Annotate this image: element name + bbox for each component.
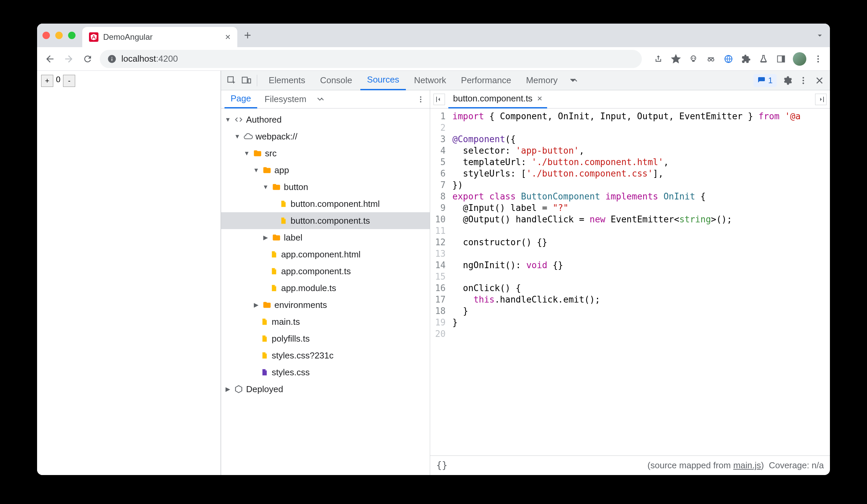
sidebar-panel-icon[interactable] [775,53,787,65]
tab-elements[interactable]: Elements [262,71,312,90]
toggle-debugger-icon[interactable] [815,94,826,105]
nav-tab-page[interactable]: Page [225,90,257,109]
folder-icon [253,149,262,158]
nav-tab-filesystem[interactable]: Filesystem [258,90,312,109]
tree-file-app-html[interactable]: app.component.html [221,246,430,263]
decrement-button[interactable]: - [63,75,75,87]
tabs-dropdown-icon[interactable] [815,31,825,40]
page-content: + 0 - [37,71,221,475]
chrome-menu-icon[interactable] [812,53,824,65]
nav-menu-icon[interactable] [415,94,426,105]
tree-file-polyfills[interactable]: polyfills.ts [221,330,430,347]
editor-footer: {} (source mapped from main.js) Coverage… [430,456,830,475]
address-bar[interactable]: localhost:4200 [100,50,642,68]
folder-icon [262,300,272,310]
tree-app[interactable]: ▼app [221,162,430,178]
browser-tab[interactable]: DemoAngular × [82,27,237,47]
file-icon [269,250,278,259]
tree-label-folder[interactable]: ▶label [221,229,430,246]
deployed-icon [234,384,243,394]
tree-file-styles[interactable]: styles.css [221,364,430,381]
counter-value: 0 [55,75,61,471]
tree-authored[interactable]: ▼Authored [221,111,430,128]
tree-button-folder[interactable]: ▼button [221,178,430,195]
browser-window: DemoAngular × + localhost:4200 [37,24,830,475]
tab-performance[interactable]: Performance [454,71,518,90]
svg-point-14 [803,77,804,78]
svg-point-9 [817,58,819,59]
tree-src[interactable]: ▼src [221,145,430,162]
new-tab-button[interactable]: + [244,28,251,42]
tree-webpack[interactable]: ▼webpack:// [221,128,430,145]
tab-close-icon[interactable]: × [225,32,231,42]
browser-toolbar: localhost:4200 [37,47,830,71]
editor-tab-close-icon[interactable]: × [537,93,542,104]
content-area: + 0 - Elements Console Sources Network P… [37,71,830,475]
extension-skull-icon[interactable] [688,53,699,65]
tab-network[interactable]: Network [407,71,453,90]
sources-panel: Page Filesystem ▼Authored ▼webpack:// ▼s… [221,90,830,475]
nav-back-button[interactable] [43,52,57,66]
devtools-menu-icon[interactable] [798,75,809,86]
extension-incognito-icon[interactable] [705,53,717,65]
tree-file-styles-q[interactable]: styles.css?231c [221,347,430,364]
file-icon [269,266,278,276]
folder-icon [272,182,281,192]
window-zoom-button[interactable] [68,32,75,39]
window-minimize-button[interactable] [55,32,63,39]
svg-rect-13 [248,79,251,83]
svg-rect-7 [782,56,784,62]
editor-tabs: button.component.ts × [430,90,830,109]
pretty-print-icon[interactable]: {} [436,460,448,471]
tree-deployed[interactable]: ▶Deployed [221,381,430,397]
toggle-navigator-icon[interactable] [434,94,445,105]
bookmark-star-icon[interactable] [670,53,682,65]
nav-forward-button[interactable] [62,52,75,66]
devtools-close-icon[interactable] [814,75,825,86]
device-mode-icon[interactable] [241,75,252,86]
editor-body[interactable]: 1234567891011121314151617181920 import {… [430,109,830,456]
svg-point-8 [817,55,819,57]
code-icon [234,115,243,124]
file-tree: ▼Authored ▼webpack:// ▼src ▼app ▼button … [221,109,430,475]
tree-file-button-ts[interactable]: button.component.ts [221,212,430,229]
share-icon[interactable] [653,53,664,65]
tab-console[interactable]: Console [313,71,358,90]
svg-point-17 [420,96,421,98]
tree-file-app-module[interactable]: app.module.ts [221,280,430,296]
reload-button[interactable] [81,52,94,66]
issues-badge[interactable]: 1 [753,74,777,87]
more-tabs-icon[interactable] [568,75,580,86]
tree-file-main-ts[interactable]: main.ts [221,313,430,330]
code-content[interactable]: import { Component, OnInit, Input, Outpu… [449,109,830,456]
profile-avatar[interactable] [793,52,806,66]
tab-memory[interactable]: Memory [519,71,564,90]
svg-point-16 [803,82,804,84]
editor-file-tab[interactable]: button.component.ts × [448,90,547,109]
window-close-button[interactable] [42,32,50,39]
svg-point-10 [817,61,819,62]
increment-button[interactable]: + [41,75,53,87]
tree-file-app-ts[interactable]: app.component.ts [221,263,430,280]
tab-strip: DemoAngular × + [37,24,830,47]
site-info-icon[interactable] [107,54,117,64]
source-map-link[interactable]: main.js [733,460,761,470]
extensions-puzzle-icon[interactable] [740,53,752,65]
svg-point-2 [694,57,695,59]
file-icon [278,199,288,209]
nav-more-tabs-icon[interactable] [315,94,327,105]
editor-tab-label: button.component.ts [453,93,533,104]
tab-sources[interactable]: Sources [360,71,406,90]
devtools-tabs: Elements Console Sources Network Perform… [221,71,830,90]
svg-point-4 [711,58,714,61]
tree-file-button-html[interactable]: button.component.html [221,195,430,212]
devtools-settings-icon[interactable] [781,75,793,86]
angular-favicon-icon [89,32,98,42]
footer-status: (source mapped from main.js) Coverage: n… [647,460,824,471]
labs-flask-icon[interactable] [758,53,769,65]
svg-point-19 [420,101,421,102]
tree-environments[interactable]: ▶environments [221,296,430,313]
line-gutter: 1234567891011121314151617181920 [430,109,449,456]
extension-globe-icon[interactable] [723,53,734,65]
inspect-element-icon[interactable] [226,75,237,86]
